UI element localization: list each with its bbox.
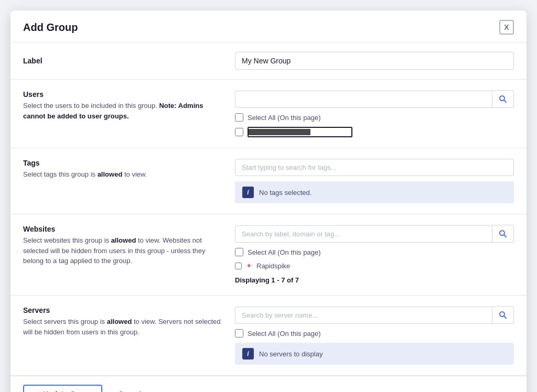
- tags-search-input[interactable]: [235, 159, 514, 176]
- users-search-row: [235, 90, 514, 108]
- servers-heading: Servers: [23, 306, 222, 314]
- users-description: Select the users to be included in this …: [23, 101, 222, 121]
- modal-title: Add Group: [23, 21, 78, 34]
- servers-section: Servers Select servers this group is all…: [10, 296, 527, 376]
- tags-info-box: i No tags selected.: [235, 181, 514, 203]
- tags-section-label: Tags Select tags this group is allowed t…: [23, 159, 222, 180]
- info-icon: i: [242, 348, 254, 360]
- websites-search-button[interactable]: [492, 225, 514, 243]
- servers-section-label: Servers Select servers this group is all…: [23, 306, 222, 337]
- modal-footer: ✓ Update Group Cancel: [10, 376, 527, 392]
- users-section: Users Select the users to be included in…: [10, 80, 527, 148]
- websites-search-row: [235, 225, 514, 243]
- servers-section-content: Select All (On this page) i No servers t…: [235, 306, 514, 365]
- users-select-all-checkbox[interactable]: [235, 113, 243, 122]
- users-search-input[interactable]: [235, 91, 492, 108]
- svg-point-0: [500, 96, 504, 101]
- servers-search-row: [235, 306, 514, 324]
- users-item-checkbox[interactable]: [235, 128, 243, 136]
- website-rapidspike-checkbox[interactable]: [235, 263, 242, 269]
- svg-line-3: [504, 235, 507, 237]
- checkmark-icon: ✓: [34, 390, 40, 392]
- search-icon: [499, 311, 507, 319]
- update-group-label: Update Group: [43, 390, 92, 392]
- users-scroll-thumb: [249, 129, 310, 135]
- svg-point-2: [500, 231, 504, 235]
- label-field-label: Label: [23, 57, 222, 65]
- svg-line-1: [504, 101, 507, 103]
- website-rapidspike-label: Rapidspike: [256, 262, 290, 270]
- cancel-button[interactable]: Cancel: [109, 386, 151, 392]
- label-input[interactable]: [235, 52, 514, 70]
- tags-description: Select tags this group is allowed to vie…: [23, 169, 222, 180]
- tags-section-content: i No tags selected.: [235, 159, 514, 203]
- add-group-modal: Add Group X Label Users Select the users…: [10, 10, 527, 392]
- servers-select-all-checkbox[interactable]: [235, 329, 243, 337]
- websites-search-input[interactable]: [235, 225, 492, 243]
- servers-select-all-label: Select All (On this page): [248, 330, 320, 337]
- tags-no-tags-message: No tags selected.: [259, 189, 312, 197]
- websites-displaying-text: Displaying 1 - 7 of 7: [235, 275, 514, 285]
- update-group-button[interactable]: ✓ Update Group: [23, 385, 102, 392]
- label-field-input-wrapper: [235, 52, 514, 70]
- tags-heading: Tags: [23, 159, 222, 167]
- search-icon: [499, 95, 507, 103]
- rapidspike-icon: ✦: [246, 262, 252, 270]
- websites-section-content: Select All (On this page) ✦ Rapidspike D…: [235, 225, 514, 285]
- servers-no-servers-message: No servers to display: [259, 350, 323, 358]
- servers-description: Select servers this group is allowed to …: [23, 317, 222, 337]
- svg-point-4: [500, 312, 504, 317]
- users-scroll-area[interactable]: [248, 127, 352, 137]
- users-select-all-row: Select All (On this page): [235, 113, 514, 122]
- websites-select-all-label: Select All (On this page): [248, 248, 320, 256]
- tags-section: Tags Select tags this group is allowed t…: [10, 148, 527, 214]
- servers-select-all-row: Select All (On this page): [235, 329, 514, 337]
- servers-search-input[interactable]: [235, 307, 492, 324]
- users-scroll-row: [235, 127, 514, 137]
- label-section: Label: [10, 42, 527, 80]
- websites-section-label: Websites Select websites this group is a…: [23, 225, 222, 266]
- close-button[interactable]: X: [499, 20, 514, 35]
- users-section-label: Users Select the users to be included in…: [23, 90, 222, 121]
- servers-info-box: i No servers to display: [235, 343, 514, 365]
- users-search-button[interactable]: [492, 90, 514, 108]
- website-item-rapidspike: ✦ Rapidspike: [235, 262, 514, 270]
- websites-heading: Websites: [23, 225, 222, 233]
- search-icon: [499, 230, 507, 238]
- servers-search-button[interactable]: [492, 306, 514, 324]
- svg-line-5: [504, 317, 507, 319]
- websites-select-all-checkbox[interactable]: [235, 248, 243, 256]
- users-heading: Users: [23, 90, 222, 99]
- websites-description: Select websites this group is allowed to…: [23, 235, 222, 266]
- websites-section: Websites Select websites this group is a…: [10, 214, 527, 296]
- websites-select-all-row: Select All (On this page): [235, 248, 514, 256]
- info-icon: i: [242, 187, 254, 198]
- users-select-all-label: Select All (On this page): [248, 114, 320, 122]
- users-section-content: Select All (On this page): [235, 90, 514, 137]
- modal-body: Label Users Select the users to be inclu…: [10, 42, 527, 376]
- modal-header: Add Group X: [10, 10, 527, 42]
